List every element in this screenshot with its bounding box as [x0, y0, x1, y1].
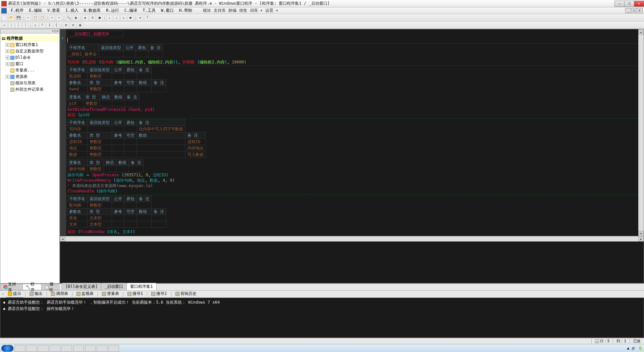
editor-vscroll[interactable]: ▴ ▾ [638, 29, 644, 236]
ltab-lib[interactable]: 📚 支持库 [0, 284, 23, 290]
btab-clip[interactable]: 剪辑历史 [173, 290, 199, 298]
tb2-9[interactable]: ⊞ [63, 22, 69, 28]
panel-btn1[interactable]: ▾ [52, 29, 54, 34]
tb-redo[interactable]: ↷ [56, 15, 62, 21]
tb-step2[interactable]: ↗ [113, 15, 119, 21]
taskbar[interactable]: ▲ 🔊 🔋 [0, 344, 644, 352]
tree-root[interactable]: 🗂程序数据 [1, 35, 59, 42]
task-icon[interactable] [61, 345, 72, 352]
tb-copy[interactable]: 📋 [32, 15, 38, 21]
tb-save[interactable]: 💾 [15, 15, 21, 21]
task-icon[interactable] [50, 345, 60, 352]
menu-db[interactable]: B.数据库 [81, 7, 103, 14]
tb2-5[interactable]: ┬ [32, 22, 38, 28]
menu-tools[interactable]: T.工具 [140, 7, 158, 14]
btab-call[interactable]: 调用表 [49, 290, 70, 298]
mdi-close[interactable]: × [637, 8, 643, 13]
tray-icon[interactable]: ▲ [627, 346, 629, 350]
tb-bp[interactable]: ● [127, 15, 133, 21]
menu-edit[interactable]: E.编辑 [26, 7, 44, 14]
menu-compile[interactable]: C.编译 [122, 7, 140, 14]
btab-find2[interactable]: 搜寻2 [149, 290, 169, 298]
minimize-button[interactable]: — [614, 1, 625, 7]
menu-run[interactable]: R.运行 [103, 7, 121, 14]
tree-window[interactable]: +窗口 [1, 61, 59, 67]
pin-icon[interactable]: × [2, 292, 4, 296]
btab-find1[interactable]: 搜寻1 [125, 290, 145, 298]
editor-hscroll[interactable]: ◂ ▸ [60, 236, 644, 241]
task-icon[interactable] [38, 345, 49, 352]
scroll-left-icon[interactable]: ◂ [60, 236, 65, 241]
code-area[interactable]: ↓ __启动窗口_创建完毕 子程序名返回值类型公开易包备 注 _按钮1_被单击 … [60, 29, 638, 236]
tree-dll[interactable]: +Dll命令 [1, 54, 59, 61]
tb2-2[interactable]: ┊ [8, 22, 14, 28]
mdi-minimize[interactable]: _ [625, 8, 631, 13]
tb2-4[interactable]: ╎ [22, 22, 29, 28]
tb-pause[interactable]: ⏸ [90, 15, 96, 21]
tray-icon[interactable]: 🔊 [631, 346, 636, 350]
tb-find[interactable]: 🔍 [66, 15, 72, 21]
tb2-10[interactable]: ⊟ [70, 22, 76, 28]
task-icon[interactable] [26, 345, 37, 352]
tree-ext[interactable]: 外部文件记录表 [1, 86, 59, 93]
scroll-right-icon[interactable]: ▸ [638, 236, 644, 241]
scroll-up-icon[interactable]: ▴ [638, 29, 644, 35]
output-panel[interactable]: 易语言助手提醒您： 易语言助手加载完毕！ ，智能编译开启成功！ 当前易版本：5.… [0, 298, 644, 338]
task-icon[interactable] [108, 345, 119, 352]
btab-var[interactable]: 变量表 [100, 290, 121, 298]
start-button[interactable] [1, 345, 13, 352]
up-icon[interactable]: ▴ [595, 339, 599, 343]
tb-note[interactable]: 便签 [239, 8, 247, 13]
tb-stop[interactable]: ■ [97, 15, 103, 21]
doctab-dll[interactable]: [Dll命令定义表] [62, 283, 101, 290]
tree-const[interactable]: 常量表... [1, 67, 59, 74]
mdi-restore[interactable]: ❐ [631, 8, 637, 13]
doctab-winset[interactable]: 窗口程序集1 [126, 283, 156, 290]
tb-book[interactable]: ≡ [137, 15, 143, 21]
tree-modref[interactable]: 模块引用表 [1, 80, 59, 86]
tb2-3[interactable]: ┆ [15, 22, 21, 28]
tb2-1[interactable]: ▭ [1, 22, 7, 28]
panel-btn2[interactable]: □ [54, 29, 56, 34]
menu-view[interactable]: V.查看 [45, 7, 63, 14]
tb-new[interactable]: 📄 [1, 15, 7, 21]
tb-step1[interactable]: ↘ [106, 15, 112, 21]
menu-window[interactable]: W.窗口 [158, 7, 176, 14]
ltab-prog[interactable]: 🔧 程序 [22, 284, 41, 290]
scroll-down-icon[interactable]: ▾ [638, 231, 644, 236]
tb-cut[interactable]: ✂ [25, 15, 31, 21]
tb-settings[interactable]: 设置 ▾ [265, 8, 278, 13]
panel-btn3[interactable]: × [57, 29, 59, 34]
menu-insert[interactable]: I.插入 [63, 7, 81, 14]
project-tree[interactable]: 🗂程序数据 +窗口程序集1 +自定义数据类型 +Dll命令 +窗口 常量表...… [0, 34, 59, 94]
tb2-6[interactable]: ┴ [39, 22, 45, 28]
tb-next[interactable]: ▣ [73, 15, 79, 21]
task-icon[interactable] [85, 345, 96, 352]
tb-compile[interactable]: 静编 [228, 8, 236, 13]
tb-undo[interactable]: ↶ [49, 15, 55, 21]
tb-module[interactable]: 模块 [203, 8, 211, 13]
btab-out[interactable]: 输出 [28, 290, 45, 298]
task-icon[interactable] [14, 345, 25, 352]
tree-res[interactable]: +资源表 [1, 74, 59, 80]
btab-watch[interactable]: 监视表 [74, 290, 96, 298]
menu-file[interactable]: F.程序 [8, 7, 26, 14]
tree-winset[interactable]: +窗口程序集1 [1, 42, 59, 48]
tb2-11[interactable]: ▦ [77, 22, 83, 28]
tree-custom[interactable]: +自定义数据类型 [1, 48, 59, 54]
tb-run[interactable]: ▶ [83, 15, 89, 21]
tb2-7[interactable]: ├ [46, 22, 52, 28]
maximize-button[interactable]: ❐ [624, 1, 634, 7]
tb-step3[interactable]: ⇲ [120, 15, 126, 21]
tb-dict[interactable]: 词库 ▾ [250, 8, 263, 13]
tb-paste[interactable]: 📋 [39, 15, 45, 21]
task-icon[interactable] [97, 345, 107, 352]
close-button[interactable]: ✕ [634, 1, 644, 7]
btab-hint[interactable]: 提示 [6, 290, 23, 298]
tb-lib[interactable]: 支持库 [214, 8, 226, 13]
ltab-prop[interactable]: 📋 属性 [41, 284, 60, 290]
tb-open[interactable]: 📂 [8, 15, 14, 21]
system-tray[interactable]: ▲ 🔊 🔋 [627, 346, 643, 350]
tb2-8[interactable]: ┤ [53, 22, 59, 28]
tray-icon[interactable]: 🔋 [638, 346, 643, 350]
